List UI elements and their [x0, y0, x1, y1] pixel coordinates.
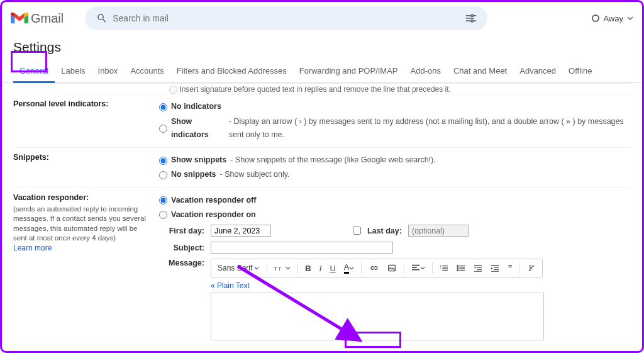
indent-more-icon[interactable]	[487, 262, 502, 274]
link-icon[interactable]	[365, 262, 382, 274]
font-size-icon[interactable]: тT	[271, 262, 294, 274]
search-input[interactable]	[113, 13, 461, 23]
last-day-label: Last day:	[367, 227, 402, 235]
radio-show-indicators[interactable]	[159, 125, 167, 133]
tab-addons[interactable]: Add-ons	[404, 62, 447, 82]
tab-advanced[interactable]: Advanced	[513, 62, 562, 82]
svg-point-8	[457, 267, 458, 269]
text-color-icon[interactable]: A	[341, 261, 358, 276]
radio-no-indicators[interactable]	[159, 103, 167, 111]
svg-point-9	[457, 270, 458, 271]
status-label: Away	[603, 14, 623, 23]
svg-text:T: T	[279, 266, 282, 272]
radio-vacation-on[interactable]	[159, 211, 167, 219]
vacation-learn-more[interactable]: Learn more	[13, 244, 52, 252]
clear-format-icon[interactable]	[523, 262, 540, 274]
bullet-list-icon[interactable]	[453, 262, 469, 274]
radio-no-snippets[interactable]	[159, 171, 167, 179]
show-snippets-desc: - Show snippets of the message (like Goo…	[230, 154, 436, 167]
last-day-input[interactable]	[408, 225, 469, 237]
svg-text:т: т	[274, 264, 277, 272]
font-select[interactable]: Sans Serif	[214, 262, 263, 274]
show-indicators-desc: - Display an arrow ( › ) by messages sen…	[229, 115, 631, 142]
row-snippets: Snippets: Show snippets - Show snippets …	[13, 147, 631, 188]
search-icon[interactable]	[91, 13, 113, 24]
rich-toolbar: Sans Serif тT B I U A	[211, 259, 543, 277]
tab-inbox[interactable]: Inbox	[92, 62, 125, 82]
image-icon[interactable]	[384, 262, 400, 274]
vacation-hint: (sends an automated reply to incoming me…	[13, 205, 153, 244]
cutoff-text: Insert signature before quoted text in r…	[179, 85, 451, 94]
away-icon	[592, 14, 599, 22]
tab-forwarding[interactable]: Forwarding and POP/IMAP	[293, 62, 404, 82]
no-snippets-desc: - Show subject only.	[220, 168, 290, 181]
subject-input[interactable]	[211, 242, 393, 254]
indent-less-icon[interactable]	[470, 262, 486, 274]
last-day-checkbox[interactable]	[353, 227, 361, 235]
message-label: Message:	[165, 259, 204, 267]
tab-filters[interactable]: Filters and Blocked Addresses	[170, 62, 293, 82]
row-vacation: Vacation responder: (sends an automated …	[13, 188, 631, 353]
align-icon[interactable]	[408, 262, 428, 274]
row-personal-indicators: Personal level indicators: No indicators…	[13, 94, 631, 147]
show-indicators-label: Show indicators	[171, 115, 225, 142]
bold-icon[interactable]: B	[302, 262, 314, 275]
no-indicators-label: No indicators	[171, 100, 221, 113]
italic-icon[interactable]: I	[316, 262, 325, 275]
tune-icon[interactable]	[461, 12, 481, 25]
chevron-down-icon	[627, 15, 633, 21]
status-chip[interactable]: Away	[592, 14, 633, 23]
annotation-highlight-save	[345, 332, 401, 348]
settings-tabs: General Labels Inbox Accounts Filters an…	[2, 59, 642, 83]
radio-show-snippets[interactable]	[159, 157, 167, 165]
numbered-list-icon[interactable]: 12	[436, 262, 452, 274]
radio-vacation-off[interactable]	[159, 196, 167, 205]
first-day-label: First day:	[165, 227, 204, 235]
tab-offline[interactable]: Offline	[562, 62, 598, 82]
page-title: Settings	[2, 35, 642, 59]
show-snippets-label: Show snippets	[171, 154, 226, 167]
search-bar[interactable]	[85, 6, 487, 30]
vacation-off-label: Vacation responder off	[171, 194, 256, 207]
tab-chat[interactable]: Chat and Meet	[447, 62, 513, 82]
quote-icon[interactable]: ”	[504, 261, 515, 275]
first-day-input[interactable]	[211, 225, 271, 237]
svg-point-7	[457, 266, 458, 267]
tab-labels[interactable]: Labels	[55, 62, 91, 82]
tab-accounts[interactable]: Accounts	[124, 62, 170, 82]
settings-content: Insert signature before quoted text in r…	[2, 83, 642, 353]
label-personal: Personal level indicators:	[13, 99, 159, 108]
svg-text:2: 2	[440, 267, 442, 270]
underline-icon[interactable]: U	[326, 262, 338, 275]
cutoff-row: Insert signature before quoted text in r…	[13, 83, 631, 94]
cutoff-radio	[169, 86, 177, 94]
header: Gmail Away	[2, 2, 642, 35]
gmail-icon	[11, 11, 28, 25]
annotation-highlight-tab	[11, 51, 47, 72]
subject-label: Subject:	[165, 244, 204, 252]
no-snippets-label: No snippets	[171, 168, 216, 181]
label-vacation: Vacation responder:	[13, 193, 89, 202]
plain-text-link[interactable]: « Plain Text	[211, 277, 631, 293]
vacation-on-label: Vacation responder on	[171, 208, 256, 221]
product-name: Gmail	[31, 11, 64, 26]
label-snippets: Snippets:	[13, 153, 159, 162]
logo: Gmail	[11, 11, 76, 26]
